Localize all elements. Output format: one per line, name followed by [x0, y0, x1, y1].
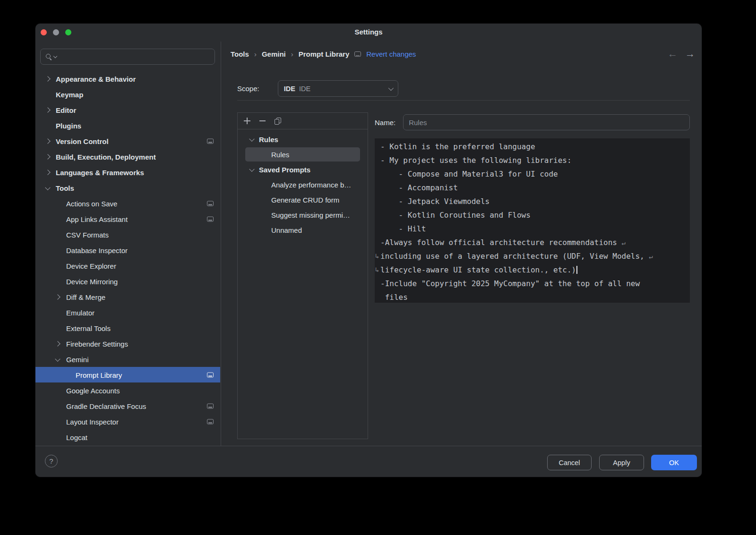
settings-search[interactable]: [40, 49, 215, 65]
ok-button[interactable]: OK: [651, 455, 697, 470]
history-nav: ← →: [668, 48, 695, 59]
breadcrumb-item-tools[interactable]: Tools: [231, 50, 249, 58]
sidebar-item-database-inspector[interactable]: Database Inspector: [35, 242, 220, 258]
prompt-item-suggest-missing-permi[interactable]: Suggest missing permi…: [238, 207, 368, 222]
prompt-item-generate-crud-form[interactable]: Generate CRUD form: [238, 192, 368, 207]
sidebar-item-label: Gemini: [66, 355, 89, 363]
apply-button[interactable]: Apply: [599, 455, 644, 470]
sidebar-item-label: Version Control: [56, 137, 109, 145]
editor-line: - Jetpack Viewmodels: [375, 195, 690, 208]
help-button[interactable]: ?: [45, 455, 58, 467]
sidebar-item-label: Logcat: [66, 433, 87, 441]
sidebar-item-build-execution-deployment[interactable]: Build, Execution, Deployment: [35, 149, 220, 164]
sidebar-item-label: Languages & Frameworks: [56, 168, 144, 176]
chevron-down-icon[interactable]: [45, 185, 50, 190]
sidebar-item-emulator[interactable]: Emulator: [35, 305, 220, 320]
sidebar-item-device-explorer[interactable]: Device Explorer: [35, 258, 220, 273]
sidebar-item-label: Tools: [56, 184, 74, 192]
prompt-item-rules[interactable]: Rules: [238, 147, 368, 162]
name-label: Name:: [375, 119, 395, 127]
editor-line: - Compose and Material3 for UI code: [375, 167, 690, 181]
help-question-icon: ?: [49, 457, 53, 465]
sidebar-item-label: Device Explorer: [66, 262, 116, 270]
editor-line: - Kotlin is the preferred language: [375, 140, 690, 153]
sidebar-item-label: Appearance & Behavior: [56, 75, 136, 83]
sidebar-item-firebender-settings[interactable]: Firebender Settings: [35, 336, 220, 351]
chevron-down-icon[interactable]: [55, 356, 60, 361]
forward-arrow-icon[interactable]: →: [685, 48, 695, 59]
editor-text: -Include "Copyright 2025 MyCompany" at t…: [380, 279, 640, 288]
prompt-item-unnamed[interactable]: Unnamed: [238, 222, 368, 238]
breadcrumb-separator: ›: [254, 50, 257, 58]
sidebar-item-keymap[interactable]: Keymap: [35, 86, 220, 102]
sidebar-item-version-control[interactable]: Version Control: [35, 133, 220, 149]
editor-line: files: [375, 290, 690, 304]
sidebar-item-diff-merge[interactable]: Diff & Merge: [35, 289, 220, 305]
sidebar-item-plugins[interactable]: Plugins: [35, 118, 220, 133]
scope-dropdown[interactable]: IDE IDE: [278, 80, 398, 97]
sidebar-item-label: Device Mirroring: [66, 277, 118, 285]
sidebar-item-csv-formats[interactable]: CSV Formats: [35, 227, 220, 242]
sidebar-item-languages-frameworks[interactable]: Languages & Frameworks: [35, 164, 220, 180]
chevron-right-icon[interactable]: [55, 294, 60, 299]
sidebar-item-actions-on-save[interactable]: Actions on Save: [35, 195, 220, 211]
editor-text: files: [380, 293, 408, 302]
remove-prompt-icon[interactable]: [259, 118, 266, 124]
settings-search-input[interactable]: [60, 52, 210, 61]
sidebar-item-google-accounts[interactable]: Google Accounts: [35, 382, 220, 398]
sidebar-item-logcat[interactable]: Logcat: [35, 429, 220, 445]
sidebar-item-external-tools[interactable]: External Tools: [35, 320, 220, 336]
sidebar-item-tools[interactable]: Tools: [35, 180, 220, 195]
prompt-item-analyze-performance-b[interactable]: Analyze performance b…: [238, 177, 368, 192]
chevron-down-icon[interactable]: [249, 167, 254, 172]
sidebar-item-layout-inspector[interactable]: Layout Inspector: [35, 414, 220, 429]
editor-text: - Accompanist: [380, 183, 458, 192]
add-prompt-icon[interactable]: [244, 118, 250, 124]
soft-wrap-end-icon: ↵: [622, 239, 626, 246]
sidebar-item-label: External Tools: [66, 324, 111, 332]
window-title: Settings: [35, 28, 702, 36]
ide-settings-badge-icon: [354, 51, 361, 57]
editor-line: ↳lifecycle-aware UI state collection., e…: [375, 263, 690, 277]
cancel-button[interactable]: Cancel: [547, 455, 592, 470]
copy-prompt-icon[interactable]: [275, 118, 282, 125]
sidebar-item-label: Prompt Library: [76, 371, 122, 379]
chevron-right-icon[interactable]: [45, 138, 50, 144]
sidebar-item-editor[interactable]: Editor: [35, 102, 220, 118]
prompt-text-editor[interactable]: - Kotlin is the preferred language- My p…: [375, 138, 690, 303]
prompt-group-rules[interactable]: Rules: [238, 132, 368, 147]
breadcrumb-item-gemini[interactable]: Gemini: [262, 50, 286, 58]
chevron-right-icon[interactable]: [45, 154, 50, 159]
text-cursor: [576, 266, 577, 274]
chevron-down-icon: [388, 85, 393, 90]
sidebar-item-gemini[interactable]: Gemini: [35, 351, 220, 367]
search-history-caret-icon[interactable]: [53, 54, 57, 58]
breadcrumb-item-prompt-library[interactable]: Prompt Library: [299, 50, 350, 58]
prompt-tree-label: Analyze performance b…: [271, 181, 351, 189]
sidebar-item-appearance-behavior[interactable]: Appearance & Behavior: [35, 71, 220, 86]
sidebar-item-app-links-assistant[interactable]: App Links Assistant: [35, 211, 220, 227]
sidebar-item-prompt-library[interactable]: Prompt Library: [35, 367, 220, 382]
search-icon: [45, 53, 52, 60]
revert-changes-link[interactable]: Revert changes: [366, 50, 416, 58]
settings-sidebar: Appearance & BehaviorKeymapEditorPlugins…: [35, 42, 221, 446]
chevron-right-icon[interactable]: [45, 170, 50, 175]
sidebar-item-label: Plugins: [56, 121, 81, 129]
ide-settings-badge-icon: [207, 138, 214, 144]
prompt-group-saved-prompts[interactable]: Saved Prompts: [238, 162, 368, 177]
titlebar[interactable]: Settings: [35, 24, 702, 42]
prompt-name-input[interactable]: [403, 114, 690, 130]
chevron-right-icon[interactable]: [45, 76, 50, 81]
back-arrow-icon[interactable]: ←: [668, 48, 678, 59]
chevron-right-icon[interactable]: [55, 341, 60, 346]
scope-value-prefix: IDE: [284, 85, 295, 93]
chevron-right-icon[interactable]: [45, 107, 50, 112]
chevron-down-icon[interactable]: [249, 136, 254, 142]
sidebar-item-label: App Links Assistant: [66, 215, 128, 223]
sidebar-item-label: Diff & Merge: [66, 293, 105, 301]
sidebar-item-label: Layout Inspector: [66, 417, 119, 425]
editor-line: ↳including use of a layered architecture…: [375, 249, 690, 263]
ide-settings-badge-icon: [207, 216, 214, 221]
sidebar-item-device-mirroring[interactable]: Device Mirroring: [35, 273, 220, 289]
sidebar-item-gradle-declarative-focus[interactable]: Gradle Declarative Focus: [35, 398, 220, 414]
